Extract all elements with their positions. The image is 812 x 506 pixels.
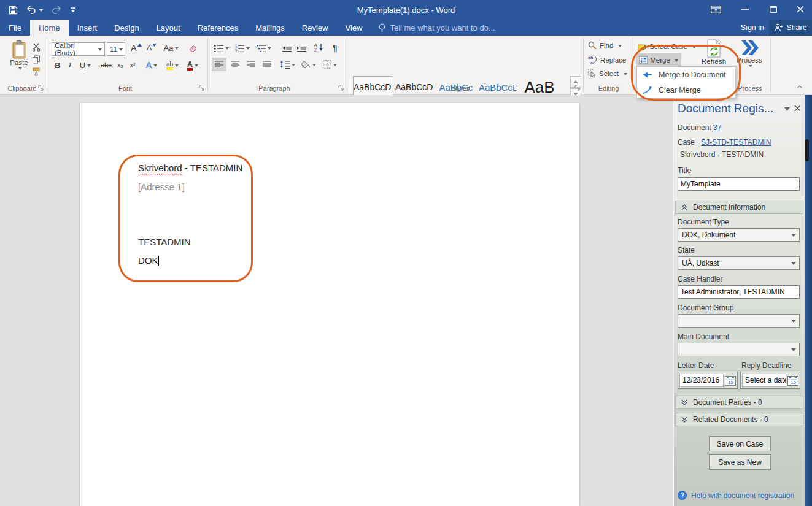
document-parties-header[interactable]: Document Parties - 0 — [675, 396, 803, 409]
font-color-button[interactable]: A — [184, 59, 201, 71]
doc-misspelled-word[interactable]: Skrivebord — [138, 163, 182, 173]
save-as-new-button[interactable]: Save as New — [709, 454, 771, 470]
maximize-button[interactable] — [763, 0, 784, 18]
highlight-button[interactable]: ab — [163, 59, 182, 71]
tell-me-box[interactable]: Tell me what you want to do... — [371, 20, 495, 36]
tab-references[interactable]: References — [189, 20, 247, 36]
find-button[interactable]: Find — [588, 41, 622, 50]
justify-button[interactable] — [260, 58, 274, 71]
main-document-select[interactable] — [678, 343, 800, 356]
shading-button[interactable] — [299, 58, 317, 71]
clipboard-dialog-launcher[interactable] — [38, 85, 44, 91]
letter-date-picker[interactable]: 12/23/2016 15 — [678, 372, 738, 389]
cut-button[interactable] — [29, 42, 43, 53]
clear-formatting-button[interactable] — [186, 42, 201, 54]
sign-in-link[interactable]: Sign in — [741, 20, 764, 36]
font-dialog-launcher[interactable] — [199, 85, 205, 91]
underline-button[interactable]: U — [77, 59, 93, 71]
document-information-header[interactable]: Document Information — [675, 201, 803, 214]
paste-button[interactable]: Paste — [6, 40, 32, 71]
copy-button[interactable] — [29, 54, 43, 65]
title-bar: MyTemplate(1).docx - Word — [0, 0, 812, 20]
case-handler-input[interactable]: Test Administrator, TESTADMIN — [678, 285, 800, 299]
align-right-button[interactable] — [244, 58, 258, 71]
process-button[interactable]: Process — [733, 39, 766, 68]
menu-item-clear-merge[interactable]: Clear Merge — [637, 82, 735, 98]
merge-button-open[interactable]: Merge — [636, 53, 681, 67]
strikethrough-button[interactable]: abc — [98, 59, 114, 71]
change-case-button[interactable]: Aa — [162, 42, 180, 54]
pane-options-dropdown-icon[interactable] — [784, 107, 790, 111]
document-page[interactable]: Skrivebord - TESTADMIN [Adresse 1] TESTA… — [80, 103, 579, 506]
format-painter-button[interactable] — [29, 66, 43, 77]
decrease-indent-button[interactable] — [280, 42, 293, 54]
doc-address-placeholder[interactable]: [Adresse 1] — [138, 182, 185, 192]
font-size-select[interactable]: 11 — [107, 42, 125, 56]
font-name-select[interactable]: Calibri (Body) — [52, 42, 105, 56]
replace-label: Replace — [600, 56, 626, 64]
styles-dialog-launcher[interactable] — [574, 85, 581, 91]
state-select[interactable]: UÅ, Udkast — [678, 256, 800, 270]
doc-type-text[interactable]: DOK — [138, 255, 158, 266]
reply-deadline-value[interactable]: Select a date — [742, 374, 786, 387]
select-case-icon — [637, 42, 646, 52]
menu-item-merge-to-document[interactable]: Merge to Document — [637, 67, 735, 82]
pane-close-icon[interactable] — [794, 105, 801, 112]
paste-dropdown-icon[interactable] — [18, 67, 22, 72]
italic-button[interactable]: I — [65, 59, 75, 71]
doc-type-line[interactable]: DOK — [138, 255, 159, 266]
document-number-link[interactable]: 37 — [713, 123, 721, 132]
change-case-dropdown-icon — [175, 47, 179, 52]
doc-sender-line[interactable]: TESTADMIN — [138, 237, 191, 247]
title-input[interactable]: MyTemplate — [678, 177, 800, 191]
replace-icon: abac — [588, 55, 597, 64]
shrink-font-button[interactable]: A — [145, 42, 158, 54]
tab-mailings[interactable]: Mailings — [247, 20, 293, 36]
save-on-case-button[interactable]: Save on Case — [709, 436, 771, 451]
document-group-select[interactable] — [678, 314, 800, 328]
replace-button[interactable]: abac Replace — [588, 55, 626, 64]
align-center-button[interactable] — [228, 58, 242, 71]
select-button[interactable]: Select — [588, 69, 627, 78]
tab-file[interactable]: File — [0, 20, 30, 36]
sort-button[interactable]: AZ — [312, 40, 327, 54]
document-type-select[interactable]: DOK, Dokument — [678, 228, 800, 242]
related-documents-header[interactable]: Related Documents - 0 — [675, 413, 803, 426]
bullets-button[interactable] — [213, 42, 230, 54]
refresh-button[interactable]: Refresh — [698, 39, 730, 65]
paragraph-dialog-launcher[interactable] — [338, 85, 344, 91]
numbering-button[interactable]: 123 — [234, 42, 251, 54]
multilevel-list-button[interactable] — [255, 42, 273, 54]
scrollbar-thumb[interactable] — [805, 139, 809, 161]
reply-deadline-picker[interactable]: Select a date 15 — [740, 372, 800, 389]
case-link[interactable]: SJ-STD-TESTADMIN — [701, 138, 771, 147]
doc-recipient-rest[interactable]: - TESTADMIN — [182, 163, 243, 173]
letter-date-value[interactable]: 12/23/2016 — [679, 374, 724, 387]
ribbon-display-options-icon[interactable] — [705, 0, 726, 18]
share-button[interactable]: Share — [769, 20, 812, 36]
subscript-button[interactable]: x₂ — [114, 59, 126, 71]
borders-button[interactable] — [320, 58, 339, 71]
superscript-button[interactable]: x² — [126, 59, 139, 71]
tab-home[interactable]: Home — [30, 20, 69, 36]
tab-design[interactable]: Design — [106, 20, 147, 36]
tab-review[interactable]: Review — [293, 20, 337, 36]
tab-insert[interactable]: Insert — [69, 20, 106, 36]
bold-button[interactable]: B — [53, 59, 63, 71]
document-type-value: DOK, Dokument — [682, 231, 735, 239]
line-spacing-button[interactable] — [278, 58, 296, 71]
grow-font-button[interactable]: A — [130, 42, 143, 54]
doc-recipient-line[interactable]: Skrivebord - TESTADMIN — [138, 163, 242, 173]
text-effects-button[interactable]: A — [142, 59, 161, 71]
font-color-glyph: A — [187, 60, 193, 71]
collapse-ribbon-button[interactable] — [794, 82, 805, 92]
tab-layout[interactable]: Layout — [148, 20, 189, 36]
minimize-button[interactable] — [735, 0, 756, 18]
increase-indent-button[interactable] — [295, 42, 308, 54]
align-left-button[interactable] — [212, 58, 226, 71]
help-link[interactable]: ? Help with document registration — [678, 491, 794, 500]
show-formatting-button[interactable]: ¶ — [329, 40, 341, 54]
select-case-button[interactable]: Select Case — [637, 40, 696, 53]
tab-view[interactable]: View — [336, 20, 371, 36]
close-button[interactable] — [790, 0, 811, 18]
